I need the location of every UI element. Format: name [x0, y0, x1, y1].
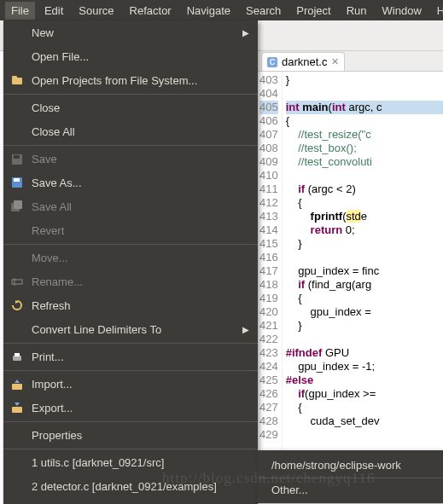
menu-label: Revert [32, 224, 249, 237]
menubar-window[interactable]: Window [376, 2, 428, 20]
menu-print[interactable]: Print... [3, 343, 258, 368]
menubar-edit[interactable]: Edit [38, 2, 69, 20]
menu-save-all: Save All [3, 194, 258, 218]
print-icon [10, 350, 24, 364]
switch-workspace-submenu: /home/strong/eclipse-work Other... [258, 450, 443, 503]
menu-new[interactable]: New▶ [3, 20, 258, 44]
menubar-search[interactable]: Search [240, 2, 287, 20]
tab-label: darknet.c [282, 55, 327, 68]
menu-recent-3[interactable]: 3 darknet.c [darknet_0921/examples] [3, 498, 258, 504]
menu-save: Save [3, 145, 258, 171]
save-as-icon [10, 176, 24, 189]
menu-label: New [32, 26, 235, 39]
menubar-source[interactable]: Source [73, 2, 119, 20]
menubar-file[interactable]: File [5, 2, 35, 20]
menu-label: /home/strong/eclipse-work [271, 459, 434, 472]
menu-label: Rename... [32, 275, 249, 288]
editor: c darknet.c ✕ 40340440540640740840941041… [258, 51, 443, 504]
menu-label: Import... [32, 378, 249, 391]
menu-label: Open File... [32, 50, 249, 63]
svg-text:c: c [270, 57, 276, 67]
menu-label: Save [32, 153, 249, 165]
chevron-right-icon: ▶ [242, 28, 249, 38]
menu-label: 1 utils.c [darknet_0921/src] [32, 456, 249, 469]
svg-rect-34 [15, 353, 20, 356]
chevron-right-icon: ▶ [242, 325, 249, 334]
menu-revert: Revert [3, 218, 258, 242]
export-icon [10, 401, 24, 414]
menubar-run[interactable]: Run [341, 2, 373, 20]
svg-rect-35 [12, 384, 22, 390]
svg-marker-38 [15, 403, 20, 406]
menu-label: 2 detector.c [darknet_0921/examples] [32, 480, 249, 493]
submenu-other[interactable]: Other... [258, 478, 443, 500]
menu-rename: Rename... [3, 269, 258, 293]
menu-label: Save As... [32, 177, 249, 189]
menu-label: Refresh [32, 299, 249, 312]
folder-icon [10, 73, 24, 87]
line-gutter: 4034044054064074084094104114124134144154… [258, 72, 283, 504]
menu-recent-1[interactable]: 1 utils.c [darknet_0921/src] [3, 449, 258, 474]
menu-label: Close All [32, 125, 249, 138]
refresh-icon [10, 298, 24, 312]
menu-label: Move... [32, 252, 249, 264]
menu-properties[interactable]: Properties [3, 421, 258, 447]
menu-label: Print... [32, 350, 249, 363]
menu-label: Open Projects from File System... [32, 74, 249, 87]
close-icon[interactable]: ✕ [331, 56, 339, 67]
menu-refresh[interactable]: Refresh [3, 293, 258, 317]
code-body[interactable]: }int main(int argc, c{ //test_resize("c … [283, 72, 443, 504]
menubar-help[interactable]: Help [431, 2, 443, 20]
svg-rect-23 [12, 76, 17, 78]
submenu-workspace-path[interactable]: /home/strong/eclipse-work [258, 454, 443, 476]
menu-label: Convert Line Delimiters To [32, 323, 235, 336]
menubar-project[interactable]: Project [290, 2, 336, 20]
file-menu: New▶ Open File... Open Projects from Fil… [3, 20, 258, 504]
code-area[interactable]: 4034044054064074084094104114124134144154… [258, 72, 443, 504]
menubar-refactor[interactable]: Refactor [124, 2, 178, 20]
c-file-icon: c [267, 57, 277, 67]
menubar-navigate[interactable]: Navigate [181, 2, 236, 20]
menu-label: Save All [32, 200, 249, 213]
editor-tabs: c darknet.c ✕ [258, 51, 443, 72]
menu-label: Export... [32, 402, 249, 414]
save-all-icon [10, 200, 24, 213]
svg-rect-29 [14, 200, 22, 209]
svg-rect-30 [12, 280, 22, 284]
rename-icon [10, 275, 24, 288]
menu-import[interactable]: Import... [3, 370, 258, 396]
svg-marker-36 [15, 379, 20, 383]
menu-label: Close [32, 101, 249, 114]
menu-save-as[interactable]: Save As... [3, 171, 258, 194]
menu-open-projects[interactable]: Open Projects from File System... [3, 68, 258, 92]
menubar: FileEditSourceRefactorNavigateSearchProj… [0, 0, 443, 20]
save-icon [10, 153, 24, 166]
menu-close[interactable]: Close [3, 94, 258, 119]
menu-label: Other... [271, 484, 434, 496]
menu-recent-2[interactable]: 2 detector.c [darknet_0921/examples] [3, 474, 258, 498]
svg-rect-22 [12, 78, 22, 84]
import-icon [10, 378, 24, 391]
menu-label: Properties [32, 429, 249, 442]
menu-close-all[interactable]: Close All [3, 119, 258, 143]
menu-open-file[interactable]: Open File... [3, 44, 258, 68]
svg-rect-27 [14, 178, 20, 182]
menu-move: Move... [3, 244, 258, 269]
tab-darknet-c[interactable]: c darknet.c ✕ [261, 52, 345, 71]
menu-convert[interactable]: Convert Line Delimiters To▶ [3, 317, 258, 341]
menu-export[interactable]: Export... [3, 396, 258, 420]
svg-rect-25 [14, 155, 20, 159]
svg-rect-37 [12, 407, 22, 413]
